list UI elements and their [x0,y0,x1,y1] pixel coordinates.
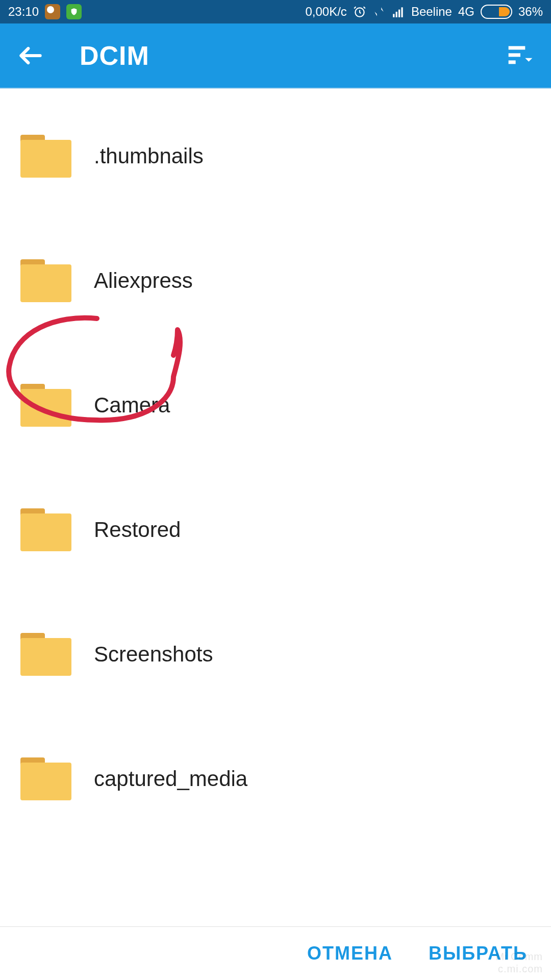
svg-rect-6 [509,53,520,57]
network-type-label: 4G [458,5,474,19]
weather-icon [45,4,60,19]
folder-label: Aliexpress [94,268,193,293]
folder-label: Restored [94,518,181,542]
folder-item-captured-media[interactable]: captured_media [0,717,551,841]
page-title: DCIM [80,40,149,71]
shield-icon [66,4,82,19]
svg-rect-5 [509,46,525,50]
network-speed: 0,00K/c [305,5,346,19]
svg-rect-4 [401,7,403,17]
data-arrows-icon [372,5,386,18]
folder-label: Screenshots [94,642,213,667]
folder-icon [20,757,71,800]
folder-label: captured_media [94,767,247,791]
bottom-action-bar: ОТМЕНА ВЫБРАТЬ [0,927,551,980]
folder-icon [20,384,71,427]
cancel-button[interactable]: ОТМЕНА [307,943,393,964]
svg-rect-1 [393,14,394,17]
folder-icon [20,633,71,676]
svg-rect-7 [509,60,516,64]
app-bar: DCIM [0,23,551,89]
folder-icon [20,508,71,551]
folder-icon [20,259,71,302]
svg-rect-3 [398,10,400,17]
folder-label: .thumbnails [94,144,204,168]
folder-list: .thumbnails Aliexpress Camera Restored S… [0,89,551,841]
sort-button[interactable] [504,39,537,72]
folder-icon [20,135,71,178]
status-right: 0,00K/c Beeline 4G 36% [305,5,543,19]
battery-percent: 36% [518,5,543,19]
status-left: 23:10 [8,4,82,19]
svg-rect-2 [395,12,397,17]
watermark-line1: Mi Comm [495,950,543,963]
status-time: 23:10 [8,5,39,19]
battery-icon [481,5,512,19]
folder-item-aliexpress[interactable]: Aliexpress [0,218,551,343]
watermark: Mi Comm c.mi.com [495,950,543,975]
folder-item-thumbnails[interactable]: .thumbnails [0,94,551,218]
watermark-line2: c.mi.com [495,963,543,975]
carrier-label: Beeline [411,5,452,19]
status-bar: 23:10 0,00K/c Beeline 4G 36% [0,0,551,23]
signal-icon [392,5,405,18]
folder-item-restored[interactable]: Restored [0,468,551,592]
back-button[interactable] [14,39,47,72]
alarm-icon [353,5,366,18]
folder-label: Camera [94,393,170,418]
folder-item-screenshots[interactable]: Screenshots [0,592,551,717]
folder-item-camera[interactable]: Camera [0,343,551,468]
